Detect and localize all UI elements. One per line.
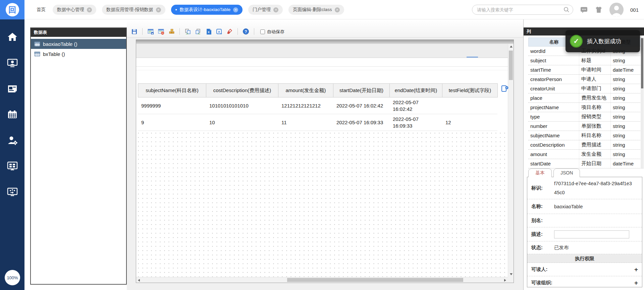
page-tab[interactable]: • 首页 × [35, 5, 47, 15]
data-grid[interactable]: subjectName(科目名称)costDescription(费用描述)am… [138, 83, 497, 131]
column-row[interactable]: costDescription 费用描述 string [528, 140, 641, 150]
scroll-right-icon[interactable] [502, 277, 508, 283]
column-name: startDate [528, 159, 579, 168]
column-list-scroll-thumb[interactable] [641, 38, 643, 88]
grid-column-header[interactable]: amount(发生金额) [278, 83, 333, 97]
page-tab[interactable]: • 页面编辑-删除class × [288, 5, 344, 15]
message-icon[interactable] [580, 6, 588, 14]
column-type: dateTime [611, 65, 641, 74]
tab-label: 首页 [37, 7, 46, 13]
zoom-level-badge[interactable]: 100% [5, 270, 20, 285]
tab-close-icon[interactable]: × [156, 7, 161, 12]
toolbar-separator [142, 28, 143, 35]
status-value: 已发布 [554, 244, 569, 251]
description-input[interactable] [554, 230, 629, 238]
scroll-left-icon[interactable] [136, 277, 142, 283]
top-bar: 回 • 首页 × • 数据中心管理 × • 数据应用管理-报销数据 × • 数据… [0, 0, 644, 19]
tab-label: 数据表设计-baoxiaoTable [180, 7, 231, 13]
column-row[interactable]: subjectName 科目名称 string [528, 131, 641, 140]
column-row[interactable]: place 费用发生地 string [528, 93, 641, 103]
column-type: string [611, 140, 641, 149]
tree-item[interactable]: baoxiaoTable () [31, 39, 126, 49]
scroll-up-icon[interactable] [508, 44, 514, 49]
property-row-status: 状态: 已发布 [527, 241, 642, 254]
search-icon[interactable] [563, 6, 570, 13]
design-canvas[interactable]: subjectName(科目名称)costDescription(费用描述)am… [136, 40, 514, 283]
grid-cell: 9999999 [138, 97, 206, 114]
column-row[interactable]: startTime 申请时间 dateTime [528, 65, 641, 75]
column-row[interactable]: subject 标题 string [528, 56, 641, 65]
autosave-checkbox[interactable] [260, 29, 265, 34]
nav-share-monitor-icon[interactable] [0, 184, 24, 200]
column-row[interactable]: creatorPerson 申请人 string [528, 75, 641, 84]
save-icon[interactable] [131, 28, 138, 35]
nav-calendar-icon[interactable] [0, 107, 24, 122]
user-label[interactable]: 001 [630, 7, 639, 13]
search-input[interactable] [472, 5, 573, 15]
nav-user-settings-icon[interactable] [0, 133, 24, 148]
grid-column-header[interactable]: endDate(结束时间) [390, 83, 442, 97]
form-save-icon[interactable] [147, 28, 154, 35]
add-org-button[interactable]: + [634, 280, 638, 286]
column-row[interactable]: startDate 开始日期 dateTime [528, 159, 641, 168]
export-page-icon[interactable] [501, 85, 509, 94]
nav-user-monitor-icon[interactable] [0, 55, 24, 71]
canvas-vertical-scrollbar[interactable] [508, 44, 514, 277]
tab-close-icon[interactable]: × [233, 7, 238, 12]
tab-close-icon[interactable]: × [273, 7, 278, 12]
grid-data-row[interactable]: 9 10 11 2022-05-07 16:09:33 2022-05-07 1… [138, 114, 497, 131]
page-tab[interactable]: • 门户管理 × [248, 5, 283, 15]
page-tab[interactable]: • 数据应用管理-报销数据 × [102, 5, 165, 15]
tree-item-label: bxTable () [43, 51, 65, 57]
grid-column-header[interactable]: startDate(开始日期) [333, 83, 390, 97]
tree-item[interactable]: bxTable () [31, 49, 126, 59]
avatar[interactable] [609, 3, 624, 17]
column-row[interactable]: creatorUnit 申请部门 string [528, 84, 641, 93]
theme-icon[interactable] [595, 6, 603, 14]
nav-app-monitor-icon[interactable] [0, 158, 24, 174]
page-tab[interactable]: • 数据表设计-baoxiaoTable × [171, 5, 243, 15]
properties-tab[interactable]: JSON [553, 168, 580, 177]
column-list-scrollbar[interactable] [641, 38, 644, 169]
grid-column-header[interactable]: testField(测试字段) [442, 83, 498, 97]
column-desc: 申请时间 [579, 65, 611, 74]
nav-news-icon[interactable] [0, 81, 24, 96]
column-row[interactable]: number 单据张数 string [528, 122, 641, 131]
column-type: dateTime [611, 159, 641, 168]
import-icon[interactable] [184, 28, 191, 35]
grid-data-row[interactable]: 9999999 10101010101010 12121212121212 20… [138, 97, 497, 114]
help-icon[interactable]: ? [243, 28, 249, 35]
properties-tab[interactable]: 基本 [528, 168, 552, 177]
grid-cell: 11 [278, 114, 333, 131]
grid-column-header[interactable]: subjectName(科目名称) [138, 83, 206, 97]
grid-column-header[interactable]: costDescription(费用描述) [206, 83, 278, 97]
canvas-horizontal-scrollbar[interactable] [136, 277, 508, 283]
tab-close-icon[interactable]: × [87, 7, 92, 12]
svg-text:?: ? [245, 29, 247, 34]
tab-close-icon[interactable]: × [335, 7, 340, 12]
column-row[interactable]: projectName 项目名称 string [528, 103, 641, 112]
export-icon[interactable] [195, 28, 202, 35]
vertical-scroll-thumb[interactable] [509, 51, 513, 80]
scroll-down-icon[interactable] [508, 272, 514, 277]
column-name: startTime [528, 65, 579, 74]
column-row[interactable]: amount 发生金额 string [528, 150, 641, 159]
desc-label: 描述: [531, 231, 554, 237]
build-icon[interactable] [168, 28, 175, 35]
topbar-right-cluster: 001 [472, 0, 639, 19]
column-row[interactable]: type 报销类型 string [528, 112, 641, 122]
add-reader-button[interactable]: + [634, 266, 638, 273]
horizontal-scroll-thumb[interactable] [287, 278, 463, 282]
property-row-alias: 别名: [527, 214, 642, 227]
column-type: string [611, 122, 641, 131]
properties-box: 标识: f707311d-e7ee-4ea7-8af3-29a4f1e345c0… [527, 177, 642, 287]
grid-cell: 9 [138, 114, 206, 131]
excel-import-icon[interactable]: X [205, 28, 212, 35]
page-tab[interactable]: • 数据中心管理 × [53, 5, 96, 15]
app-logo[interactable]: 回 [0, 0, 24, 19]
form-delete-icon[interactable] [158, 28, 164, 35]
clean-icon[interactable] [226, 28, 233, 35]
excel-export-icon[interactable]: X [216, 28, 222, 35]
tab-label: 数据中心管理 [57, 7, 84, 13]
nav-home-icon[interactable] [0, 29, 24, 45]
